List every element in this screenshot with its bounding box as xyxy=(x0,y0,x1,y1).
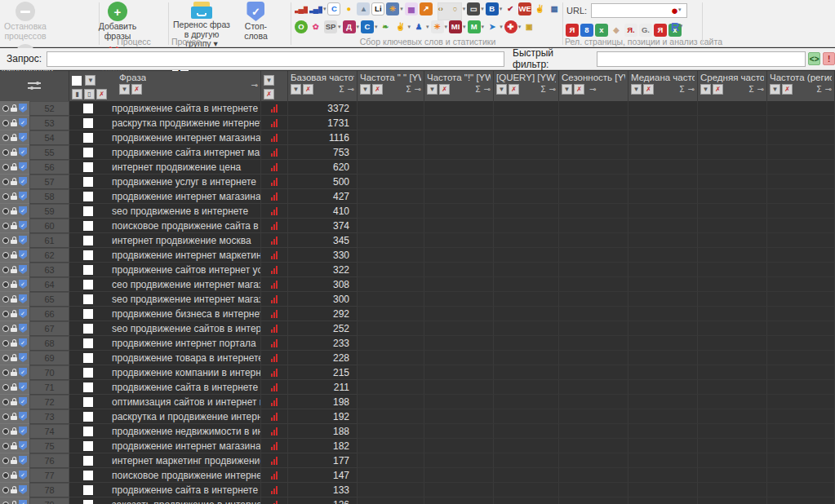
row-checkbox[interactable] xyxy=(83,104,93,113)
chevron-down-icon[interactable]: ▾ xyxy=(400,6,403,12)
table-row[interactable]: ✓ 71 продвижение сайта в интернете москв… xyxy=(0,380,835,395)
lock-icon[interactable] xyxy=(11,310,17,317)
avg-cell[interactable] xyxy=(698,189,767,204)
pin-column-icon[interactable]: ⊸ xyxy=(348,85,354,94)
freq_excl-cell[interactable] xyxy=(424,219,494,233)
avg-cell[interactable] xyxy=(698,248,767,263)
chevron-down-icon[interactable]: ▾ xyxy=(518,24,522,30)
season-cell[interactable] xyxy=(559,380,628,395)
stop-mark-icon[interactable] xyxy=(2,487,9,493)
season-cell[interactable] xyxy=(559,321,628,336)
sum-icon[interactable]: Σ xyxy=(339,85,344,94)
row-checkbox[interactable] xyxy=(83,294,93,304)
table-row[interactable]: ✓ 77 поисковое продвижение интернет мага… xyxy=(0,468,835,483)
table-row[interactable]: ✓ 52 продвижение сайта в интернете 3372 xyxy=(0,101,835,116)
freq_excl-cell[interactable] xyxy=(424,439,494,453)
freq_quotes-cell[interactable] xyxy=(358,409,424,424)
median-cell[interactable] xyxy=(628,175,698,189)
table-row[interactable]: ✓ 67 seo продвижение сайтов в интернете … xyxy=(0,321,835,336)
avg-cell[interactable] xyxy=(698,365,767,380)
shield-check-icon[interactable]: ✓ xyxy=(19,485,27,494)
freq_excl-cell[interactable] xyxy=(424,424,494,439)
table-row[interactable]: ✓ 66 продвижение бизнеса в интернете 292 xyxy=(0,307,835,321)
region-cell[interactable] xyxy=(767,219,835,233)
header-phrase-column[interactable]: ▼ ▮ ▯ ✗ Фраза ▼ ✗ ⊸ xyxy=(69,71,261,101)
flames-icon[interactable]: ✿ xyxy=(309,20,322,33)
table-row[interactable]: ✓ 74 продвижение недвижимости в интернет… xyxy=(0,424,835,439)
avg-cell[interactable] xyxy=(698,307,767,321)
region-cell[interactable] xyxy=(767,497,835,504)
stop-mark-icon[interactable] xyxy=(2,472,9,479)
freq_quotes-cell[interactable] xyxy=(358,307,424,321)
base-frequency-cell[interactable]: 198 xyxy=(288,395,358,409)
stop-mark-icon[interactable] xyxy=(2,428,9,435)
stats-cell[interactable] xyxy=(261,497,288,504)
ruble-red-icon[interactable]: ✚ xyxy=(504,20,517,33)
stop-mark-icon[interactable] xyxy=(2,208,9,214)
shield-check-icon[interactable]: ✓ xyxy=(19,309,27,318)
freq_quotes-cell[interactable] xyxy=(358,483,424,497)
season-cell[interactable] xyxy=(559,130,628,145)
header-column-median[interactable]: Медиана частот ▼ ✗ Σ ⊸ xyxy=(628,71,698,101)
freq_quotes-cell[interactable] xyxy=(358,116,424,130)
region-cell[interactable] xyxy=(767,321,835,336)
phrase-cell[interactable]: сео продвижение интернет магазина xyxy=(106,277,261,292)
median-cell[interactable] xyxy=(628,145,698,160)
shield-check-icon[interactable]: ✓ xyxy=(19,353,27,362)
table-row[interactable]: ✓ 65 seo продвижение интернет магазина 3… xyxy=(0,292,835,307)
serp-parser-icon[interactable]: SP xyxy=(324,20,337,33)
lock-icon[interactable] xyxy=(11,192,17,200)
base-frequency-cell[interactable]: 133 xyxy=(288,483,358,497)
shield-check-icon[interactable]: ✓ xyxy=(19,265,27,274)
median-cell[interactable] xyxy=(628,424,698,439)
yandex-ya2-icon[interactable]: Я xyxy=(654,24,667,37)
chevron-down-icon[interactable]: ▾ xyxy=(445,24,448,30)
phrase-cell[interactable]: продвижение компании в интернете xyxy=(106,365,261,380)
stop-mark-icon[interactable] xyxy=(2,399,9,405)
avg-cell[interactable] xyxy=(698,175,767,189)
row-checkbox[interactable] xyxy=(83,206,93,216)
filter-funnel-icon[interactable]: ▼ xyxy=(700,84,711,95)
stop-processes-button[interactable]: Остановка процессов xyxy=(2,0,49,42)
stats-cell[interactable] xyxy=(261,219,288,233)
avg-cell[interactable] xyxy=(698,233,767,248)
season-cell[interactable] xyxy=(559,365,628,380)
invert-filter-button[interactable]: ! xyxy=(823,52,835,65)
shield-check-icon[interactable]: ✓ xyxy=(19,338,27,347)
row-checkbox[interactable] xyxy=(83,192,93,201)
freq_quotes-cell[interactable] xyxy=(358,380,424,395)
region-cell[interactable] xyxy=(767,365,835,380)
region-cell[interactable] xyxy=(767,130,835,145)
filter-funnel-icon[interactable]: ▼ xyxy=(631,84,642,95)
freq_excl-cell[interactable] xyxy=(424,189,494,204)
eraser-icon[interactable]: ◆ xyxy=(610,24,623,37)
median-cell[interactable] xyxy=(628,204,698,219)
season-cell[interactable] xyxy=(559,116,628,130)
select-off-icon[interactable]: ▯ xyxy=(84,89,95,99)
season-cell[interactable] xyxy=(559,292,628,307)
stop-mark-icon[interactable] xyxy=(2,179,9,185)
clear-filter-icon[interactable]: ✗ xyxy=(713,84,723,95)
stats-cell[interactable] xyxy=(261,175,288,189)
stats-cell[interactable] xyxy=(261,395,288,409)
region-cell[interactable] xyxy=(767,468,835,483)
freq_excl-cell[interactable] xyxy=(424,380,494,395)
sum-icon[interactable]: Σ xyxy=(748,85,753,94)
freq_quotes-cell[interactable] xyxy=(358,365,424,380)
query-cell[interactable] xyxy=(494,321,559,336)
freq_excl-cell[interactable] xyxy=(424,130,494,145)
stats-cell[interactable] xyxy=(261,453,288,468)
stop-mark-icon[interactable] xyxy=(2,281,9,288)
shield-check-icon[interactable]: ✓ xyxy=(19,412,27,421)
median-cell[interactable] xyxy=(628,409,698,424)
clear-filter-icon[interactable]: ✗ xyxy=(372,84,383,95)
lock-icon[interactable] xyxy=(11,442,17,449)
row-checkbox[interactable] xyxy=(83,118,93,128)
phrase-cell[interactable]: продвижение сайтов интернет услуги xyxy=(106,263,261,277)
chevron-down-icon[interactable]: ▾ xyxy=(408,24,411,30)
chevron-down-icon[interactable]: ▾ xyxy=(426,24,429,30)
chevron-down-icon[interactable]: ▾ xyxy=(323,6,326,12)
row-checkbox[interactable] xyxy=(83,441,93,451)
seopult-icon[interactable]: O xyxy=(295,20,308,33)
median-cell[interactable] xyxy=(628,380,698,395)
